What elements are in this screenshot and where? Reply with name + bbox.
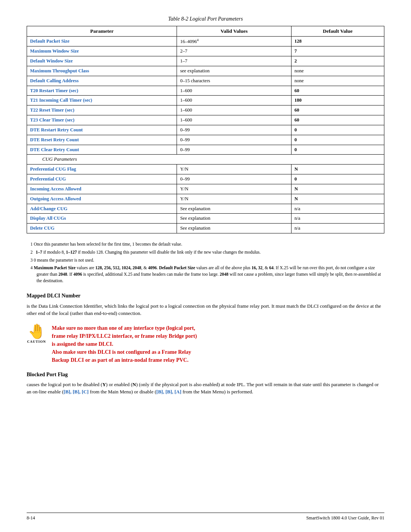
param-name-cell: T23 Clear Timer (sec) [27, 115, 177, 125]
default-value-cell: 60 [291, 105, 384, 115]
valid-values-cell: 1–600 [177, 115, 291, 125]
caution-line4: Also make sure this DLCI is not configur… [52, 349, 191, 355]
table-row: Display All CUGsSee explanationn/a [27, 214, 384, 224]
table-row: Outgoing Access AllowedY/NN [27, 194, 384, 204]
table-row: T23 Clear Timer (sec)1–60060 [27, 115, 384, 125]
valid-values-cell: 1–600 [177, 105, 291, 115]
table-row: Default Packet Size16–40964128 [27, 36, 384, 46]
table-row: T22 Reset Timer (sec)1–60060 [27, 105, 384, 115]
valid-values-cell: Y/N [177, 194, 291, 204]
mapped-dlci-heading: Mapped DLCI Number [27, 292, 384, 300]
footnotes-section: 1 Once this parameter has been selected … [27, 241, 384, 284]
param-name-cell: T22 Reset Timer (sec) [27, 105, 177, 115]
valid-values-cell: 1–7 [177, 56, 291, 66]
valid-values-cell: See explanation [177, 214, 291, 224]
valid-values-cell: Y/N [177, 184, 291, 194]
default-value-cell: none [291, 66, 384, 76]
table-row: DTE Reset Retry Count0–990 [27, 135, 384, 145]
parameters-table: Parameter Valid Values Default Value Def… [27, 26, 384, 233]
table-row: DTE Restart Retry Count0–990 [27, 125, 384, 135]
default-value-cell: 0 [291, 145, 384, 155]
col-header-default-value: Default Value [291, 26, 384, 37]
blocked-port-heading: Blocked Port Flag [27, 371, 384, 379]
caution-text: Make sure no more than one of any interf… [52, 324, 197, 364]
valid-values-cell: 2–7 [177, 46, 291, 56]
param-name-cell: Preferential CUG [27, 174, 177, 184]
table-row: Add/Change CUGSee explanationn/a [27, 204, 384, 214]
default-value-cell: 60 [291, 115, 384, 125]
valid-values-cell: 1–600 [177, 86, 291, 96]
caution-icon: 🤚 CAUTION [27, 324, 46, 344]
default-value-cell: n/a [291, 204, 384, 214]
footnote: 1 Once this parameter has been selected … [30, 241, 384, 248]
valid-values-cell: 0–99 [177, 174, 291, 184]
param-name-cell: Incoming Access Allowed [27, 184, 177, 194]
table-row: CUG Parameters [27, 155, 384, 165]
caution-line2: frame relay IP/IPX/LLC2 interface, or fr… [52, 333, 197, 339]
default-value-cell: N [291, 194, 384, 204]
valid-values-cell: See explanation [177, 224, 291, 233]
valid-values-cell: Y/N [177, 165, 291, 174]
caution-box: 🤚 CAUTION Make sure no more than one of … [27, 324, 384, 364]
valid-values-cell: 0–15 characters [177, 76, 291, 86]
table-title: Table 8-2 Logical Port Parameters [27, 15, 384, 23]
param-name-cell: Default Calling Address [27, 76, 177, 86]
param-name-cell: T21 Incoming Call Timer (sec) [27, 96, 177, 105]
param-name-cell: DTE Clear Retry Count [27, 145, 177, 155]
valid-values-cell: 0–99 [177, 145, 291, 155]
mapped-dlci-body: is the Data Link Connection Identifier, … [27, 302, 384, 317]
default-value-cell: none [291, 76, 384, 86]
cug-header-cell: CUG Parameters [27, 155, 384, 165]
footnote: 3 0 means the parameter is not used. [30, 257, 384, 264]
param-name-cell: T20 Restart Timer (sec) [27, 86, 177, 96]
default-value-cell: 60 [291, 86, 384, 96]
caution-line5: Backup DLCI or as part of an intra-nodal… [52, 357, 188, 363]
default-value-cell: 7 [291, 46, 384, 56]
table-row: Incoming Access AllowedY/NN [27, 184, 384, 194]
param-name-cell: Add/Change CUG [27, 204, 177, 214]
default-value-cell: N [291, 184, 384, 194]
valid-values-cell: 1–600 [177, 96, 291, 105]
param-name-cell: Default Packet Size [27, 36, 177, 46]
valid-values-cell: 16–40964 [177, 36, 291, 46]
table-row: T20 Restart Timer (sec)1–60060 [27, 86, 384, 96]
table-row: Default Window Size1–72 [27, 56, 384, 66]
page-number: 8-14 [27, 515, 35, 521]
table-row: Maximum Window Size2–77 [27, 46, 384, 56]
hand-stop-icon: 🤚 [28, 324, 46, 339]
param-name-cell: Delete CUG [27, 224, 177, 233]
param-name-cell: Default Window Size [27, 56, 177, 66]
param-name-cell: DTE Restart Retry Count [27, 125, 177, 135]
table-row: Maximum Throughput Classsee explanationn… [27, 66, 384, 76]
caution-label: CAUTION [27, 339, 46, 344]
caution-line3: is assigned the same DLCI. [52, 341, 113, 347]
default-value-cell: 0 [291, 174, 384, 184]
page-footer: 8-14 SmartSwitch 1800 4.0 User Guide, Re… [27, 513, 384, 521]
product-name: SmartSwitch 1800 4.0 User Guide, Rev 01 [306, 515, 384, 521]
default-value-cell: N [291, 165, 384, 174]
param-name-cell: Maximum Throughput Class [27, 66, 177, 76]
table-row: Delete CUGSee explanationn/a [27, 224, 384, 233]
valid-values-cell: 0–99 [177, 135, 291, 145]
default-value-cell: n/a [291, 214, 384, 224]
footnote: 4 Maximum Packet Size values are 128, 25… [30, 265, 384, 284]
col-header-parameter: Parameter [27, 26, 177, 37]
valid-values-cell: See explanation [177, 204, 291, 214]
param-name-cell: Outgoing Access Allowed [27, 194, 177, 204]
default-value-cell: 180 [291, 96, 384, 105]
default-value-cell: 128 [291, 36, 384, 46]
table-row: Default Calling Address0–15 charactersno… [27, 76, 384, 86]
param-name-cell: Preferential CUG Flag [27, 165, 177, 174]
param-name-cell: Display All CUGs [27, 214, 177, 224]
caution-line1: Make sure no more than one of any interf… [52, 325, 195, 331]
blocked-port-body: causes the logical port to be disabled (… [27, 381, 384, 396]
footnote: 21–7 if modulo 8, 1–127 if modulo 128. C… [30, 249, 384, 256]
table-row: Preferential CUG FlagY/NN [27, 165, 384, 174]
table-row: Preferential CUG0–990 [27, 174, 384, 184]
default-value-cell: 2 [291, 56, 384, 66]
table-row: DTE Clear Retry Count0–990 [27, 145, 384, 155]
valid-values-cell: see explanation [177, 66, 291, 76]
col-header-valid-values: Valid Values [177, 26, 291, 37]
default-value-cell: n/a [291, 224, 384, 233]
param-name-cell: Maximum Window Size [27, 46, 177, 56]
